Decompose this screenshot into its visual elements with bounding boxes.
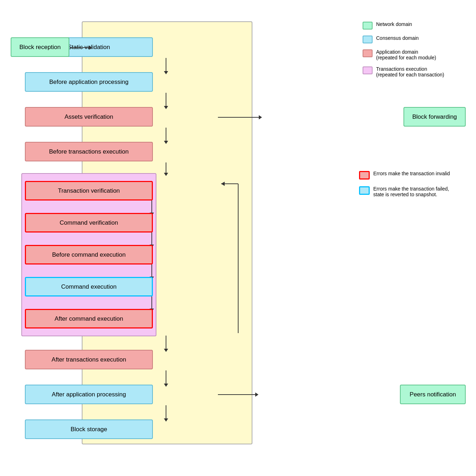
legend-box-lavender <box>363 66 373 74</box>
legend-errors-invalid: Errors make the transaction invalid <box>359 171 466 180</box>
legend-network-domain: Network domain <box>363 21 466 30</box>
node-after-tx-execution: After transactions execution <box>25 350 153 369</box>
diagram-container: Static validation Before application pro… <box>11 11 466 466</box>
legend-bottom: Errors make the transaction invalid Erro… <box>359 171 466 204</box>
legend2-box-cyan <box>359 186 370 195</box>
feedback-arrow-svg <box>220 180 249 337</box>
legend-box-blue <box>363 36 373 43</box>
node-peers-notification: Peers notification <box>400 385 466 404</box>
svg-marker-2 <box>221 182 225 186</box>
legend-consensus-domain: Consensus domain <box>363 35 466 43</box>
legend-box-pink <box>363 49 373 57</box>
arrow-3 <box>166 128 166 141</box>
node-before-tx-execution: Before transactions execution <box>25 142 153 161</box>
arrow-5 <box>166 336 166 349</box>
tx-execution-container: Transaction verification Command verific… <box>21 173 156 336</box>
legend-tx-execution: Transactions execution (repeated for eac… <box>363 66 466 77</box>
node-command-verification: Command verification <box>25 213 153 232</box>
h-arrow-block-reception <box>70 47 89 48</box>
node-command-execution: Command execution <box>25 277 153 296</box>
node-after-app-processing: After application processing <box>25 385 153 404</box>
legend2-box-red <box>359 171 370 180</box>
arrow-4 <box>166 162 166 173</box>
node-block-storage: Block storage <box>25 419 153 439</box>
arrow-2 <box>166 93 166 106</box>
node-block-forwarding: Block forwarding <box>403 107 466 127</box>
legend-box-green <box>363 22 373 30</box>
arrow-1 <box>166 58 166 71</box>
legend-top: Network domain Consensus domain Applicat… <box>363 21 466 83</box>
node-block-reception: Block reception <box>11 37 69 57</box>
legend-errors-failed: Errors make the transaction failed, stat… <box>359 186 466 197</box>
node-transaction-verification: Transaction verification <box>25 181 153 200</box>
h-arrow-block-forwarding <box>218 117 259 118</box>
arrow-6 <box>166 370 166 384</box>
h-arrow-peers-notification <box>218 394 255 395</box>
node-before-command-execution: Before command execution <box>25 245 153 264</box>
legend-application-domain: Application domain (repeated for each mo… <box>363 49 466 60</box>
node-after-command-execution: After command execution <box>25 309 153 328</box>
arrow-7 <box>166 405 166 419</box>
node-assets-verification: Assets verification <box>25 107 153 127</box>
node-before-app-processing: Before application processing <box>25 72 153 92</box>
